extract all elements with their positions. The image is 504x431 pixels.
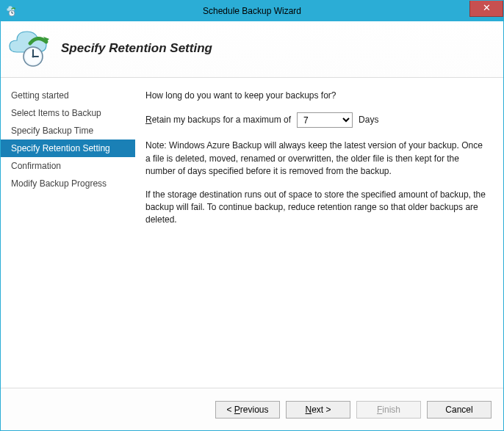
- wizard-logo-icon: [5, 30, 52, 67]
- retain-label: Retain my backups for a maximum of: [145, 114, 291, 126]
- cancel-button[interactable]: Cancel: [427, 401, 492, 419]
- wizard-body: Getting started Select Items to Backup S…: [1, 78, 503, 388]
- retain-unit: Days: [359, 114, 378, 126]
- content-pane: How long do you want to keep your backup…: [135, 78, 503, 388]
- retain-row: Retain my backups for a maximum of 7 Day…: [145, 112, 489, 128]
- titlebar: Schedule Backup Wizard ✕: [1, 1, 503, 21]
- previous-button[interactable]: < Previous: [215, 401, 280, 419]
- close-button[interactable]: ✕: [469, 1, 503, 17]
- question-text: How long do you want to keep your backup…: [145, 90, 489, 102]
- svg-point-9: [32, 56, 35, 58]
- step-backup-time[interactable]: Specify Backup Time: [1, 122, 135, 140]
- wizard-footer: < Previous Next > Finish Cancel: [1, 388, 503, 430]
- warning-text: If the storage destination runs out of s…: [145, 189, 489, 227]
- wizard-window: Schedule Backup Wizard ✕ Specify Retenti…: [0, 0, 504, 431]
- step-confirmation[interactable]: Confirmation: [1, 157, 135, 175]
- next-button[interactable]: Next >: [286, 401, 350, 419]
- window-title: Schedule Backup Wizard: [1, 6, 503, 16]
- step-modify-progress[interactable]: Modify Backup Progress: [1, 175, 135, 192]
- wizard-header: Specify Retention Setting: [1, 21, 503, 78]
- finish-button: Finish: [356, 401, 421, 419]
- app-icon: [5, 5, 17, 17]
- page-heading: Specify Retention Setting: [61, 41, 212, 56]
- step-getting-started[interactable]: Getting started: [1, 87, 135, 104]
- retain-days-select[interactable]: 7: [297, 112, 353, 128]
- note-text: Note: Windows Azure Backup will always k…: [145, 140, 489, 178]
- step-sidebar: Getting started Select Items to Backup S…: [1, 78, 135, 388]
- step-retention-setting[interactable]: Specify Retention Setting: [1, 140, 135, 157]
- step-select-items[interactable]: Select Items to Backup: [1, 104, 135, 122]
